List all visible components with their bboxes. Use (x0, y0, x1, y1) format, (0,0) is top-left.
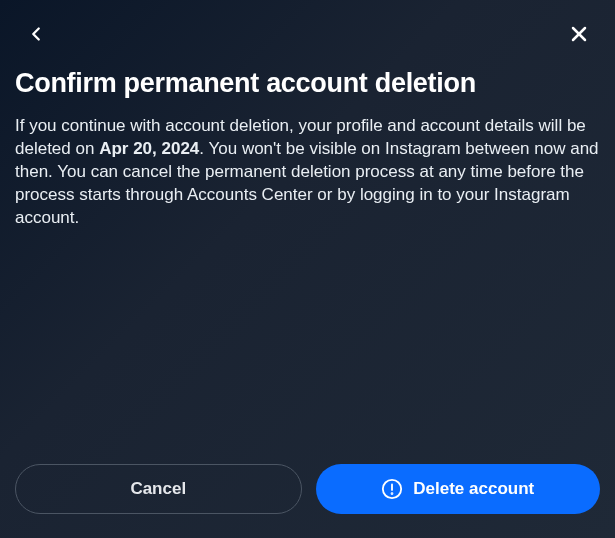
svg-point-4 (392, 493, 393, 494)
dialog-description: If you continue with account deletion, y… (15, 115, 600, 230)
delete-button-label: Delete account (413, 479, 534, 499)
dialog-content: Confirm permanent account deletion If yo… (0, 58, 615, 230)
cancel-button-label: Cancel (130, 479, 186, 499)
dialog-title: Confirm permanent account deletion (15, 68, 600, 99)
warning-icon (381, 478, 403, 500)
cancel-button[interactable]: Cancel (15, 464, 302, 514)
delete-account-button[interactable]: Delete account (316, 464, 601, 514)
deletion-date: Apr 20, 2024 (99, 139, 199, 158)
close-icon (567, 22, 591, 46)
dialog-header (0, 0, 615, 58)
chevron-left-icon (25, 23, 47, 45)
close-button[interactable] (565, 20, 593, 48)
dialog-actions: Cancel Delete account (15, 464, 600, 514)
back-button[interactable] (22, 20, 50, 48)
